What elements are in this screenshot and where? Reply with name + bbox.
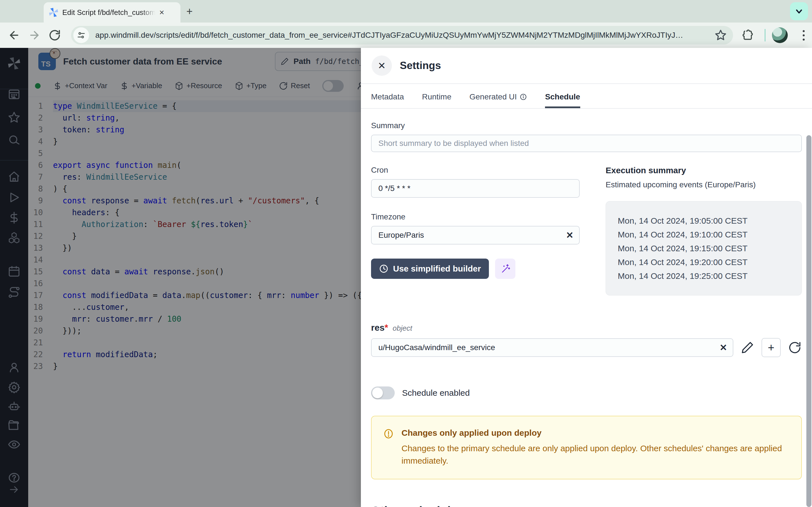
upcoming-event: Mon, 14 Oct 2024, 19:15:00 CEST xyxy=(618,241,796,255)
timezone-input[interactable] xyxy=(371,226,580,244)
ai-cron-wand-button[interactable] xyxy=(495,259,515,279)
deploy-warning-box: Changes only applied upon deploy Changes… xyxy=(371,416,802,480)
url-text: app.windmill.dev/scripts/edit/f/bd/fetch… xyxy=(95,31,699,40)
profile-avatar[interactable] xyxy=(772,27,788,43)
summary-label: Summary xyxy=(371,121,802,130)
settings-tabs: Metadata Runtime Generated UI Schedule xyxy=(361,84,812,109)
upcoming-event: Mon, 14 Oct 2024, 19:10:00 CEST xyxy=(618,228,796,241)
cron-label: Cron xyxy=(371,166,580,175)
url-bar[interactable]: app.windmill.dev/scripts/edit/f/bd/fetch… xyxy=(71,26,733,45)
settings-header: ✕ Settings xyxy=(361,48,812,84)
upcoming-events-box: Mon, 14 Oct 2024, 19:05:00 CESTMon, 14 O… xyxy=(606,201,802,295)
tab-title: Edit Script f/bd/fetch_custom xyxy=(62,8,155,17)
other-schedules-title: Other schedules xyxy=(371,504,802,507)
schedule-enabled-row: Schedule enabled xyxy=(371,386,802,399)
settings-drawer: ✕ Settings Metadata Runtime Generated UI… xyxy=(361,48,812,507)
schedule-enabled-label: Schedule enabled xyxy=(402,388,470,398)
res-argument-section: res* object ✕ + xyxy=(371,323,802,357)
windmill-favicon-icon xyxy=(49,8,58,17)
browser-tab[interactable]: Edit Script f/bd/fetch_custom × xyxy=(44,2,181,22)
panel-scrollbar[interactable] xyxy=(806,135,811,507)
tab-close-icon[interactable]: × xyxy=(159,8,164,17)
extensions-icon[interactable] xyxy=(742,29,754,41)
toolbar-divider xyxy=(765,29,765,41)
screen: Edit Script f/bd/fetch_custom × + app.wi… xyxy=(0,0,812,507)
res-arg-type: object xyxy=(393,324,412,333)
refresh-icon[interactable] xyxy=(49,29,61,41)
browser-menu-icon[interactable] xyxy=(798,28,809,43)
execution-summary-subtitle: Estimated upcoming events (Europe/Paris) xyxy=(606,180,802,189)
timezone-clear-icon[interactable]: ✕ xyxy=(566,230,573,240)
schedule-enabled-toggle[interactable] xyxy=(371,386,395,399)
tab-generated-ui[interactable]: Generated UI xyxy=(469,93,527,108)
res-arg-name: res* xyxy=(371,323,388,333)
res-clear-icon[interactable]: ✕ xyxy=(719,342,727,353)
clock-icon xyxy=(379,264,389,274)
chevron-down-icon xyxy=(794,6,804,16)
warning-title: Changes only applied upon deploy xyxy=(402,428,785,438)
tab-schedule[interactable]: Schedule xyxy=(545,93,580,108)
cron-input[interactable] xyxy=(371,179,580,198)
forward-arrow-icon[interactable] xyxy=(28,29,41,41)
back-arrow-icon[interactable] xyxy=(8,29,20,41)
upcoming-event: Mon, 14 Oct 2024, 19:25:00 CEST xyxy=(618,269,796,283)
new-tab-button[interactable]: + xyxy=(184,6,195,17)
schedule-tab-content: Summary Cron Timezone ✕ Use simplified b… xyxy=(361,109,812,507)
add-resource-plus-button[interactable]: + xyxy=(762,338,781,357)
drawer-overlay[interactable] xyxy=(0,48,361,507)
site-info-icon[interactable] xyxy=(73,27,89,43)
tab-metadata[interactable]: Metadata xyxy=(371,93,404,108)
settings-title: Settings xyxy=(400,60,441,71)
tab-runtime[interactable]: Runtime xyxy=(422,93,451,108)
magic-wand-icon xyxy=(500,264,510,274)
warning-body: Changes to the primary schedule are only… xyxy=(402,442,785,467)
execution-summary-title: Execution summary xyxy=(606,166,802,175)
chrome-chevron-button[interactable] xyxy=(790,2,808,20)
edit-resource-pencil-icon[interactable] xyxy=(741,341,754,354)
alert-circle-icon xyxy=(383,428,394,439)
required-asterisk: * xyxy=(385,323,388,333)
browser-tabstrip: Edit Script f/bd/fetch_custom × + xyxy=(0,0,812,22)
bookmark-star-icon[interactable] xyxy=(714,29,727,41)
refresh-resource-icon[interactable] xyxy=(788,341,802,354)
res-resource-input[interactable] xyxy=(371,338,733,357)
close-drawer-button[interactable]: ✕ xyxy=(371,55,392,76)
upcoming-event: Mon, 14 Oct 2024, 19:20:00 CEST xyxy=(618,255,796,269)
timezone-label: Timezone xyxy=(371,212,580,221)
info-icon xyxy=(520,93,527,101)
summary-input[interactable] xyxy=(371,135,802,152)
upcoming-event: Mon, 14 Oct 2024, 19:05:00 CEST xyxy=(618,214,796,228)
use-simplified-builder-button[interactable]: Use simplified builder xyxy=(371,259,489,279)
